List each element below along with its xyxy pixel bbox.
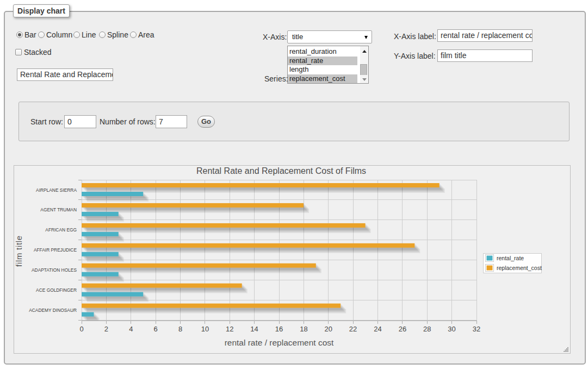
svg-text:2: 2 xyxy=(104,325,108,333)
svg-text:12: 12 xyxy=(226,325,233,333)
svg-text:ACADEMY DINOSAUR: ACADEMY DINOSAUR xyxy=(29,308,77,313)
svg-text:ACE GOLDFINGER: ACE GOLDFINGER xyxy=(36,287,77,293)
svg-text:AGENT TRUMAN: AGENT TRUMAN xyxy=(40,207,77,212)
svg-text:8: 8 xyxy=(178,325,182,333)
svg-text:10: 10 xyxy=(201,325,209,333)
svg-text:20: 20 xyxy=(325,325,332,333)
svg-text:rental_rate: rental_rate xyxy=(497,255,524,261)
svg-text:6: 6 xyxy=(153,325,157,333)
svg-text:16: 16 xyxy=(275,325,283,333)
svg-text:AFRICAN EGG: AFRICAN EGG xyxy=(45,227,77,233)
svg-text:AFFAIR PREJUDICE: AFFAIR PREJUDICE xyxy=(34,247,77,253)
svg-text:AIRPLANE SIERRA: AIRPLANE SIERRA xyxy=(36,187,77,193)
svg-text:22: 22 xyxy=(349,325,357,333)
svg-text:24: 24 xyxy=(374,325,381,333)
svg-text:14: 14 xyxy=(250,325,258,333)
svg-text:rental rate / replacement cost: rental rate / replacement cost xyxy=(225,338,334,347)
svg-text:Rental Rate and Replacement Co: Rental Rate and Replacement Cost of Film… xyxy=(196,166,366,175)
svg-text:32: 32 xyxy=(473,325,480,333)
svg-text:film title: film title xyxy=(14,235,23,267)
svg-text:30: 30 xyxy=(448,325,455,333)
svg-text:18: 18 xyxy=(300,325,307,333)
svg-text:28: 28 xyxy=(423,325,431,333)
svg-text:26: 26 xyxy=(399,325,406,333)
svg-text:4: 4 xyxy=(129,325,133,333)
svg-text:0: 0 xyxy=(79,325,83,333)
svg-text:replacement_cost: replacement_cost xyxy=(497,265,542,271)
svg-text:ADAPTATION HOLES: ADAPTATION HOLES xyxy=(32,267,77,273)
